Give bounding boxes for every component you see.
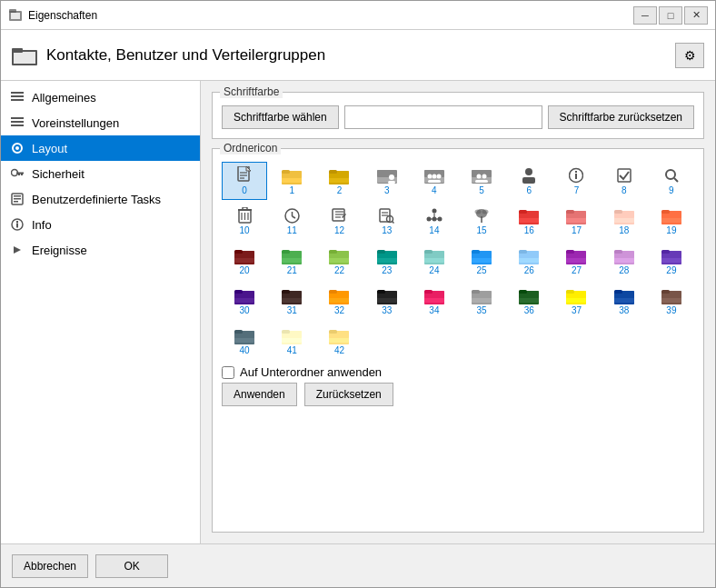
schriftfarbe-waehlen-button[interactable]: Schriftfarbe wählen	[222, 105, 339, 129]
svg-rect-167	[519, 250, 527, 254]
close-button[interactable]: ✕	[684, 6, 708, 25]
svg-rect-42	[329, 170, 337, 174]
content-panel: Schriftfarbe Schriftfarbe wählen Schrift…	[201, 81, 715, 543]
apply-subfolder-label: Auf Unterordner anwenden	[240, 365, 382, 379]
icon-cell-11[interactable]: 11	[269, 202, 314, 240]
icon-num-21: 21	[287, 265, 297, 275]
icon-cell-24[interactable]: 24	[412, 242, 457, 280]
svg-rect-119	[614, 210, 622, 214]
svg-rect-2	[9, 9, 16, 13]
icon-cell-35[interactable]: 35	[459, 282, 504, 320]
icon-num-33: 33	[382, 305, 392, 315]
icon-cell-32[interactable]: 32	[316, 282, 362, 320]
icon-cell-15[interactable]: 15	[459, 202, 504, 240]
sidebar-item-info[interactable]: Info	[1, 212, 200, 237]
svg-point-62	[482, 174, 487, 178]
svg-rect-19	[14, 195, 21, 197]
svg-rect-161	[472, 250, 480, 254]
sidebar-item-benutzerdefinierte-tasks[interactable]: Benutzerdefinierte Tasks	[1, 186, 200, 212]
svg-rect-125	[661, 210, 670, 214]
svg-point-61	[477, 174, 482, 178]
icon-cell-20[interactable]: 20	[222, 242, 267, 280]
icon-cell-18[interactable]: 18	[602, 202, 647, 240]
icon-cell-4[interactable]: 4	[412, 162, 457, 200]
icon-cell-28[interactable]: 28	[602, 242, 647, 280]
icon-img-15	[472, 206, 492, 224]
icon-cell-29[interactable]: 29	[649, 242, 694, 280]
sidebar-item-layout[interactable]: Layout	[1, 135, 200, 161]
icon-cell-23[interactable]: 23	[364, 242, 410, 280]
icon-cell-39[interactable]: 39	[649, 282, 694, 320]
icon-num-26: 26	[524, 265, 534, 275]
svg-rect-60	[472, 170, 492, 177]
icon-cell-5[interactable]: 5	[459, 162, 504, 200]
icon-cell-19[interactable]: 19	[649, 202, 694, 240]
icon-cell-27[interactable]: 27	[553, 242, 599, 280]
svg-point-99	[475, 210, 482, 214]
icon-cell-37[interactable]: 37	[553, 282, 599, 320]
settings-button[interactable]: ⚙	[675, 43, 704, 68]
svg-rect-173	[566, 250, 574, 254]
icon-cell-8[interactable]: 8	[602, 162, 647, 200]
sidebar-item-sicherheit[interactable]: Sicherheit	[1, 161, 200, 186]
icon-cell-34[interactable]: 34	[412, 282, 457, 320]
apply-subfolder-row: Auf Unterordner anwenden	[222, 365, 694, 379]
icon-img-2	[329, 166, 349, 184]
icon-cell-6[interactable]: 6	[506, 162, 552, 200]
icon-cell-25[interactable]: 25	[459, 242, 504, 280]
apply-subfolder-checkbox[interactable]	[222, 366, 234, 379]
svg-rect-16	[21, 174, 23, 175]
svg-rect-149	[377, 250, 385, 254]
maximize-button[interactable]: □	[659, 6, 682, 25]
svg-rect-23	[16, 224, 18, 228]
main-content: Allgemeines Voreinstellungen	[1, 81, 715, 543]
zuruecksetzen-button[interactable]: Zurücksetzen	[304, 383, 393, 406]
icon-cell-10[interactable]: 10	[222, 202, 267, 240]
icon-cell-16[interactable]: 16	[506, 202, 552, 240]
sidebar-item-voreinstellungen[interactable]: Voreinstellungen	[1, 110, 200, 135]
schriftfarbe-zuruecksetzen-button[interactable]: Schriftfarbe zurücksetzen	[548, 105, 694, 129]
icon-img-19	[661, 206, 681, 224]
icon-cell-36[interactable]: 36	[506, 282, 552, 320]
color-preview	[344, 105, 542, 129]
icon-cell-9[interactable]: 9	[649, 162, 694, 200]
icon-cell-22[interactable]: 22	[316, 242, 362, 280]
icon-num-37: 37	[572, 305, 582, 315]
icon-cell-17[interactable]: 17	[553, 202, 599, 240]
anwenden-button[interactable]: Anwenden	[222, 383, 297, 406]
icon-cell-41[interactable]: 41	[269, 322, 314, 360]
icon-cell-42[interactable]: 42	[316, 322, 362, 360]
action-buttons: Anwenden Zurücksetzen	[222, 383, 694, 406]
icon-cell-40[interactable]: 40	[222, 322, 267, 360]
icon-cell-1[interactable]: 1	[269, 162, 314, 200]
icon-cell-31[interactable]: 31	[269, 282, 314, 320]
titlebar: Eigenschaften ─ □ ✕	[1, 1, 715, 30]
icon-cell-0[interactable]: 0	[222, 162, 267, 200]
icon-img-4	[424, 166, 444, 184]
header-icon	[12, 45, 37, 65]
icon-num-14: 14	[429, 225, 439, 235]
icon-cell-30[interactable]: 30	[222, 282, 267, 320]
icon-grid: 0 1 23456789101112131415 16 17 18	[222, 162, 694, 360]
ok-button[interactable]: OK	[95, 554, 168, 578]
icon-num-3: 3	[384, 185, 390, 195]
icon-img-7	[566, 166, 586, 184]
icon-cell-14[interactable]: 14	[412, 202, 457, 240]
icon-cell-21[interactable]: 21	[269, 242, 314, 280]
icon-cell-13[interactable]: 13	[364, 202, 410, 240]
icon-img-17	[566, 206, 586, 224]
icon-cell-2[interactable]: 2	[316, 162, 362, 200]
abbrechen-button[interactable]: Abbrechen	[12, 554, 88, 578]
sidebar-item-allgemeines[interactable]: Allgemeines	[1, 85, 200, 110]
icon-cell-3[interactable]: 3	[364, 162, 410, 200]
icon-img-29	[661, 246, 681, 264]
icon-cell-33[interactable]: 33	[364, 282, 410, 320]
minimize-button[interactable]: ─	[633, 6, 657, 25]
icon-cell-7[interactable]: 7	[553, 162, 599, 200]
icon-img-33	[377, 286, 397, 304]
icon-cell-12[interactable]: 12	[316, 202, 362, 240]
icon-num-27: 27	[572, 265, 582, 275]
icon-cell-38[interactable]: 38	[602, 282, 647, 320]
sidebar-item-ereignisse[interactable]: Ereignisse	[1, 237, 200, 263]
icon-cell-26[interactable]: 26	[506, 242, 552, 280]
